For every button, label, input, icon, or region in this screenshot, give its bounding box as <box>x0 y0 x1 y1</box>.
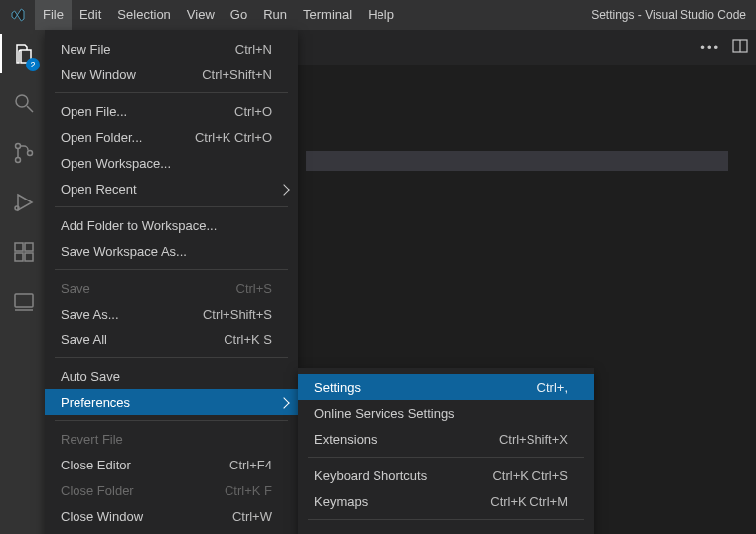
menu-settings[interactable]: SettingsCtrl+, <box>298 374 594 400</box>
menu-online-services[interactable]: Online Services Settings <box>298 400 594 426</box>
explorer-icon[interactable]: 2 <box>0 38 48 69</box>
editor-selection-bar <box>306 151 728 171</box>
menu-new-file[interactable]: New FileCtrl+N <box>45 36 298 62</box>
menu-open-file[interactable]: Open File...Ctrl+O <box>45 98 298 124</box>
menu-open-workspace[interactable]: Open Workspace... <box>45 150 298 176</box>
menu-separator <box>308 457 584 458</box>
menu-file[interactable]: File <box>35 0 72 30</box>
menu-separator <box>308 519 584 520</box>
menu-preferences[interactable]: Preferences <box>45 389 298 415</box>
svg-point-5 <box>15 206 19 210</box>
svg-rect-7 <box>15 253 23 261</box>
menu-edit[interactable]: Edit <box>72 0 109 30</box>
remote-icon[interactable] <box>0 286 48 318</box>
menu-save-workspace-as[interactable]: Save Workspace As... <box>45 238 298 264</box>
menu-separator <box>55 420 288 421</box>
menu-separator <box>55 92 288 93</box>
preferences-submenu: SettingsCtrl+, Online Services Settings … <box>298 368 594 534</box>
menu-open-recent[interactable]: Open Recent <box>45 176 298 201</box>
menu-keymaps[interactable]: KeymapsCtrl+K Ctrl+M <box>298 488 594 514</box>
menu-go[interactable]: Go <box>223 0 255 30</box>
menu-add-folder-workspace[interactable]: Add Folder to Workspace... <box>45 212 298 238</box>
svg-rect-9 <box>25 243 33 251</box>
menu-terminal[interactable]: Terminal <box>295 0 360 30</box>
menu-separator <box>55 357 288 358</box>
menu-separator <box>55 269 288 270</box>
menu-new-window[interactable]: New WindowCtrl+Shift+N <box>45 62 298 87</box>
svg-line-1 <box>27 106 33 112</box>
menubar: File Edit Selection View Go Run Terminal… <box>35 0 402 30</box>
vscode-logo-icon <box>0 0 35 30</box>
svg-point-3 <box>16 158 21 163</box>
menu-open-folder[interactable]: Open Folder...Ctrl+K Ctrl+O <box>45 124 298 150</box>
search-icon[interactable] <box>0 87 48 119</box>
menu-close-folder[interactable]: Close FolderCtrl+K F <box>45 477 298 503</box>
chevron-right-icon <box>280 182 288 197</box>
menu-auto-save[interactable]: Auto Save <box>45 363 298 389</box>
menu-save-all[interactable]: Save AllCtrl+K S <box>45 327 298 352</box>
menu-help[interactable]: Help <box>360 0 402 30</box>
menu-keyboard-shortcuts[interactable]: Keyboard ShortcutsCtrl+K Ctrl+S <box>298 463 594 488</box>
svg-point-4 <box>28 151 33 156</box>
run-debug-icon[interactable] <box>0 187 48 218</box>
menu-close-editor[interactable]: Close EditorCtrl+F4 <box>45 452 298 477</box>
titlebar: File Edit Selection View Go Run Terminal… <box>0 0 756 30</box>
explorer-badge: 2 <box>26 58 40 71</box>
chevron-right-icon <box>280 395 288 410</box>
extensions-icon[interactable] <box>0 236 48 268</box>
window-title: Settings - Visual Studio Code <box>591 8 756 22</box>
split-editor-icon[interactable] <box>732 38 748 57</box>
svg-point-0 <box>16 95 28 107</box>
svg-rect-6 <box>15 243 23 251</box>
menu-user-snippets[interactable]: User Snippets <box>298 525 594 534</box>
svg-point-2 <box>16 144 21 149</box>
svg-rect-10 <box>15 294 33 307</box>
menu-save-as[interactable]: Save As...Ctrl+Shift+S <box>45 301 298 327</box>
activity-bar: 2 <box>0 30 48 534</box>
menu-selection[interactable]: Selection <box>109 0 178 30</box>
menu-revert-file[interactable]: Revert File <box>45 426 298 452</box>
menu-extensions[interactable]: ExtensionsCtrl+Shift+X <box>298 426 594 452</box>
file-menu-dropdown: New FileCtrl+N New WindowCtrl+Shift+N Op… <box>45 30 298 534</box>
source-control-icon[interactable] <box>0 137 48 169</box>
menu-view[interactable]: View <box>179 0 223 30</box>
menu-save[interactable]: SaveCtrl+S <box>45 275 298 301</box>
menu-close-window[interactable]: Close WindowCtrl+W <box>45 503 298 529</box>
more-actions-icon[interactable]: ••• <box>700 40 720 55</box>
menu-run[interactable]: Run <box>255 0 295 30</box>
svg-rect-8 <box>25 253 33 261</box>
menu-separator <box>55 206 288 207</box>
